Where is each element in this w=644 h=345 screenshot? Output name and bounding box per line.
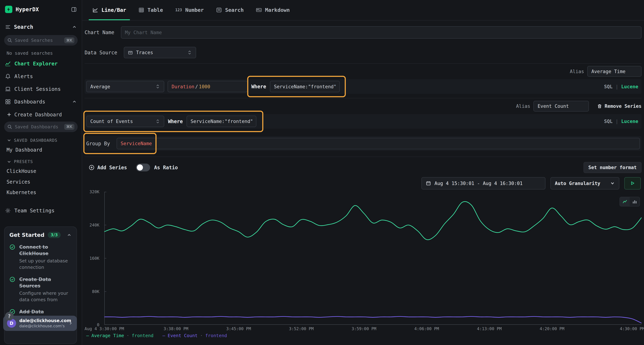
chevron-up-icon[interactable]: [67, 233, 72, 238]
get-started-header[interactable]: Get Started 3/3: [10, 232, 72, 238]
get-started-item[interactable]: Create Data Sources Configure where your…: [10, 276, 72, 303]
sidebar-item-chart-explorer[interactable]: Chart Explorer: [0, 57, 82, 70]
user-menu[interactable]: D dale@clickhouse.com dale@clickhouse.co…: [3, 316, 77, 331]
chevron-up-icon[interactable]: [72, 99, 77, 104]
shortcut-badge: ⌘K: [64, 124, 74, 130]
series1-alias-input[interactable]: [592, 69, 638, 74]
create-dashboard-label: Create Dashboard: [14, 112, 62, 117]
plus-circle-icon: [89, 165, 94, 170]
search-section-header[interactable]: Search: [0, 18, 82, 33]
group-by-value: ServiceName: [120, 141, 152, 146]
search-icon: [7, 124, 12, 129]
lucene-toggle[interactable]: Lucene: [621, 118, 638, 124]
sidebar-item-team-settings[interactable]: Team Settings: [0, 204, 82, 217]
line-chart-icon: [622, 199, 627, 204]
x-tick-label: 4:06:00 PM: [414, 327, 439, 331]
search-section-icon: [5, 24, 11, 30]
series1-field-input[interactable]: Duration/1000: [168, 81, 248, 92]
bar-chart-icon: [632, 199, 637, 204]
chart-name-input[interactable]: [125, 30, 638, 35]
sql-toggle[interactable]: SQL: [604, 118, 613, 124]
group-by-field[interactable]: ServiceName: [117, 138, 640, 149]
saved-dashboards-search[interactable]: ⌘K: [4, 122, 78, 132]
saved-searches-search[interactable]: ⌘K: [4, 35, 78, 46]
user-workspace: dale@clickhouse.com's: [19, 324, 65, 328]
as-ratio-toggle[interactable]: [136, 164, 150, 171]
plus-icon: [6, 112, 12, 117]
granularity-select[interactable]: Auto Granularity: [550, 177, 620, 189]
y-tick-label: 320K: [90, 189, 99, 194]
y-tick-label: 240K: [90, 223, 99, 227]
series2-aggregation-select[interactable]: Count of Events: [86, 116, 164, 127]
x-tick-label: Aug 4 3:30:00 PM: [84, 327, 124, 331]
series-actions-row: Add Series As Ratio Set number format: [84, 157, 642, 173]
line-chart-icon: [92, 7, 98, 13]
sidebar-item-services[interactable]: Services: [0, 176, 82, 187]
series-line-average-time: [104, 202, 642, 240]
trash-icon: [597, 104, 602, 109]
chart-plot[interactable]: [104, 192, 642, 325]
remove-series-label: Remove Series: [605, 103, 642, 109]
chart-editor: Chart Name Data Source Traces: [82, 20, 644, 345]
series1-aggregation-select[interactable]: Average: [86, 81, 164, 92]
group-by-label: Group By: [86, 141, 110, 146]
get-started-item-title: Connect to ClickHouse: [19, 244, 69, 257]
tab-table[interactable]: Table: [132, 0, 169, 20]
sidebar-header: HyperDX: [0, 0, 82, 18]
legend-item[interactable]: —Average Time·frontend: [86, 333, 154, 338]
remove-series-button[interactable]: Remove Series: [597, 103, 642, 109]
select-caret-icon: [155, 84, 160, 89]
legend-swatch: —: [86, 333, 89, 338]
run-query-button[interactable]: [624, 177, 641, 189]
tab-search[interactable]: Search: [210, 0, 250, 20]
series1-where-field: [270, 81, 340, 92]
granularity-value: Auto Granularity: [555, 181, 600, 186]
markdown-icon: [256, 7, 262, 13]
check-circle-icon: [10, 277, 15, 282]
help-button[interactable]: ?: [5, 312, 14, 321]
sidebar-item-clickhouse[interactable]: ClickHouse: [0, 166, 82, 176]
sql-toggle[interactable]: SQL: [604, 84, 613, 89]
collapse-sidebar-icon[interactable]: [71, 6, 77, 12]
series2-alias-input[interactable]: [538, 103, 585, 109]
y-axis: 320K240K160K80K0: [84, 192, 103, 325]
bar-style-button[interactable]: [630, 197, 640, 206]
time-range-picker[interactable]: Aug 4 15:30:01 - Aug 4 16:30:01: [422, 177, 546, 189]
sidebar-item-dashboards[interactable]: Dashboards: [0, 95, 82, 108]
sidebar-item-client-sessions[interactable]: Client Sessions: [0, 83, 82, 95]
x-tick-label: 4:30:00 PM: [620, 327, 644, 331]
series2-row: Count of Events Where SQL | Lucene: [84, 114, 642, 129]
saved-dashboards-header[interactable]: SAVED DASHBOARDS: [0, 134, 82, 144]
chevron-up-icon[interactable]: [72, 24, 77, 29]
legend-item[interactable]: —Event Count·frontend: [162, 333, 227, 338]
saved-dashboards-input[interactable]: [15, 124, 62, 129]
sidebar-item-label: Client Sessions: [14, 86, 61, 92]
tab-number[interactable]: 123 Number: [169, 0, 210, 20]
sidebar-item-alerts[interactable]: Alerts: [0, 70, 82, 83]
tab-line-bar[interactable]: Line/Bar: [86, 0, 132, 20]
tab-markdown[interactable]: Markdown: [250, 0, 296, 20]
series1-where-input[interactable]: [274, 84, 336, 89]
as-ratio-label: As Ratio: [154, 165, 178, 170]
series1-where-label: Where: [251, 84, 267, 89]
sidebar-item-kubernetes[interactable]: Kubernetes: [0, 187, 82, 198]
create-dashboard-button[interactable]: Create Dashboard: [0, 108, 82, 120]
sidebar-item-my-dashboard[interactable]: My Dashboard: [0, 144, 82, 155]
lucene-toggle[interactable]: Lucene: [621, 84, 638, 89]
bell-icon: [5, 73, 11, 79]
saved-searches-input[interactable]: [15, 38, 62, 43]
data-source-select[interactable]: Traces: [124, 47, 196, 58]
presets-header[interactable]: PRESETS: [0, 155, 82, 166]
get-started-item-desc: Set up your database connection: [19, 258, 72, 271]
add-series-button[interactable]: Add Series: [84, 163, 130, 172]
group-by-row: Group By ServiceName: [84, 136, 642, 151]
table-icon: [138, 7, 144, 13]
get-started-item[interactable]: Connect to ClickHouse Set up your databa…: [10, 244, 72, 271]
line-style-button[interactable]: [620, 197, 630, 206]
x-tick-label: 4:13:00 PM: [477, 327, 502, 331]
aggregation-value: Average: [90, 84, 110, 89]
chart-area: Aug 4 15:30:01 - Aug 4 16:30:01 Auto Gra…: [84, 177, 642, 338]
series-line-event-count: [104, 317, 642, 323]
series2-where-input[interactable]: [190, 118, 252, 124]
set-number-format-button[interactable]: Set number format: [584, 162, 642, 173]
